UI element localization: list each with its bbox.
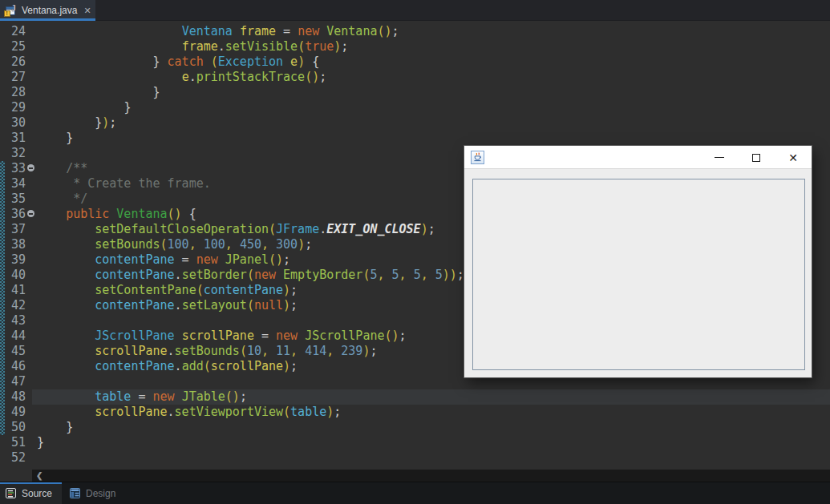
tab-close-icon[interactable]: ✕ [83, 6, 91, 16]
scroll-left-arrow-icon[interactable]: ❮ [36, 470, 43, 482]
code-token: */ [66, 192, 87, 206]
code-text: } [37, 435, 830, 450]
code-token: 300 [276, 237, 298, 252]
code-token: ( [269, 222, 276, 236]
code-token: . [175, 268, 182, 282]
code-token [276, 268, 283, 282]
code-token [37, 161, 66, 175]
code-line[interactable]: 30 }); [0, 115, 830, 131]
line-number: 32 [0, 146, 26, 161]
code-line[interactable]: 28 } [0, 85, 830, 100]
code-line[interactable]: 24 Ventana frame = new Ventana(); [0, 24, 830, 39]
scrollbar-track[interactable]: ❮ [32, 470, 830, 482]
code-token: } [66, 131, 73, 145]
minimize-icon [715, 157, 724, 159]
tab-source[interactable]: Source [0, 482, 62, 504]
code-token: setDefaultCloseOperation [95, 222, 269, 236]
fold-gutter [26, 329, 37, 344]
code-token: /** [66, 161, 87, 175]
code-line[interactable]: 49 scrollPane.setViewportView(table); [0, 405, 830, 420]
code-token: e [182, 70, 189, 84]
code-text [37, 450, 830, 466]
code-token [334, 344, 341, 358]
code-token: ; [109, 115, 116, 130]
horizontal-scrollbar[interactable]: ❮ [0, 469, 830, 482]
code-line[interactable]: 26 } catch (Exception e) { [0, 54, 830, 70]
code-token: () [168, 207, 182, 221]
minimize-button[interactable] [701, 146, 738, 169]
code-token: contentPane [95, 252, 174, 267]
collapse-icon[interactable] [27, 210, 34, 217]
code-text: }); [37, 115, 830, 131]
collapse-icon[interactable] [27, 164, 34, 171]
swing-window-titlebar[interactable]: ✕ [464, 146, 812, 169]
code-token: 414 [305, 344, 326, 358]
swing-table-scrollpane[interactable] [472, 179, 805, 370]
code-token: contentPane [95, 359, 174, 373]
fold-marker[interactable] [26, 207, 37, 222]
svg-text:!: ! [6, 10, 7, 16]
code-token [204, 54, 211, 69]
code-token: ( [204, 359, 211, 373]
close-button[interactable]: ✕ [775, 146, 812, 169]
code-line[interactable]: 52 [0, 450, 830, 466]
code-token: () [269, 252, 283, 267]
line-number: 25 [0, 39, 26, 54]
code-line[interactable]: 25 frame.setVisible(true); [0, 39, 830, 54]
code-token: } [153, 54, 168, 69]
code-token: , [326, 344, 334, 358]
fold-gutter [26, 237, 37, 252]
code-token: , [261, 344, 269, 358]
code-token: { [305, 54, 319, 69]
code-line[interactable]: 48 table = new JTable(); [0, 389, 830, 405]
code-token [37, 222, 95, 236]
line-number: 27 [0, 70, 26, 85]
code-text: } [37, 100, 830, 115]
code-token: * Create the frame. [66, 176, 211, 191]
code-text: } [37, 85, 830, 100]
line-number: 31 [0, 131, 26, 146]
code-token: 100 [204, 237, 225, 252]
code-token: contentPane [95, 268, 174, 282]
fold-marker[interactable] [26, 161, 37, 176]
code-token: Ventana [326, 24, 377, 38]
code-line[interactable]: 29 } [0, 100, 830, 115]
code-token: ; [290, 283, 298, 297]
code-token [37, 39, 182, 54]
code-token: () [225, 389, 240, 404]
code-token: ) [298, 54, 305, 69]
code-token: JScrollPane [95, 329, 174, 343]
code-token [233, 24, 240, 38]
java-coffee-icon[interactable] [471, 151, 484, 164]
code-token [233, 237, 240, 252]
code-token [175, 389, 182, 404]
fold-gutter [26, 24, 37, 39]
tab-ventana-java[interactable]: J ! Ventana.java ✕ [0, 0, 95, 21]
code-token: ( [283, 405, 290, 419]
maximize-button[interactable] [738, 146, 775, 169]
code-line[interactable]: 31 } [0, 131, 830, 146]
tab-design[interactable]: Design [64, 482, 125, 504]
code-token: ( [196, 283, 204, 297]
code-token: 100 [168, 237, 189, 252]
code-token: ; [399, 329, 407, 343]
code-line[interactable]: 51} [0, 435, 830, 450]
code-token [37, 207, 66, 221]
code-token: )) [443, 268, 457, 282]
swing-content-panel [464, 169, 812, 377]
code-line[interactable]: 50 } [0, 420, 830, 435]
code-line[interactable]: 27 e.printStackTrace(); [0, 70, 830, 85]
code-token: JScrollPane [305, 329, 384, 343]
code-token: contentPane [95, 298, 174, 312]
code-token [175, 329, 182, 343]
code-token: ) [298, 237, 305, 252]
code-token: printStackTrace [196, 70, 305, 84]
code-token: 239 [341, 344, 362, 358]
swing-preview-window: ✕ [464, 146, 812, 377]
fold-gutter [26, 252, 37, 268]
code-text: frame.setVisible(true); [37, 39, 830, 54]
code-token: ) [102, 115, 109, 130]
code-token: new [276, 329, 298, 343]
code-token: , [189, 237, 196, 252]
code-token: ; [392, 24, 399, 38]
